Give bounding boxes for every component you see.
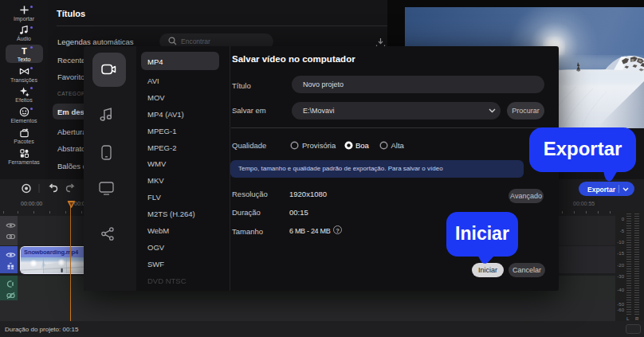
svg-text:T: T [22,45,27,55]
